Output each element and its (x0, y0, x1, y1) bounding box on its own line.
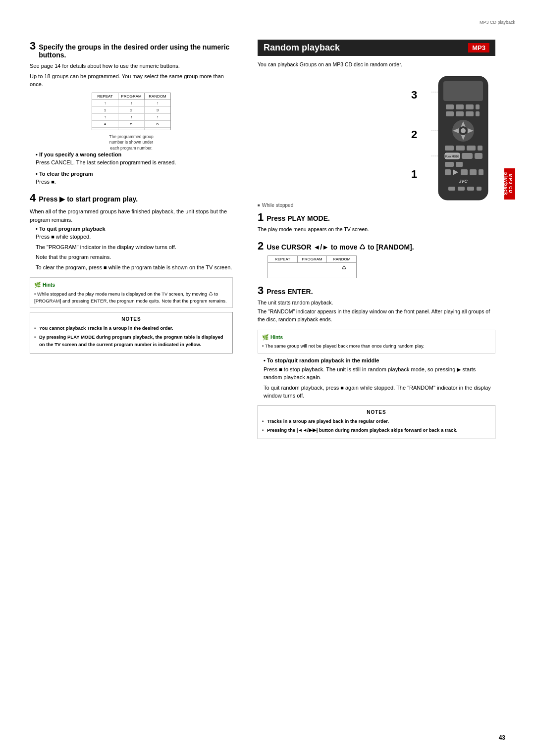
wrong-selection-text: Press CANCEL. The last selection program… (36, 158, 233, 167)
clear-program: • To clear the program Press ■. (36, 171, 233, 186)
stop-random-title: • To stop/quit random playback in the mi… (264, 357, 495, 363)
svg-rect-36 (467, 187, 474, 191)
svg-text:JVC: JVC (459, 179, 468, 184)
step-1-right-heading: 1 Press PLAY MODE. (258, 211, 495, 224)
svg-rect-37 (477, 187, 482, 191)
hints-text-left: • While stopped and the play mode menu i… (34, 291, 228, 305)
step-3-number: 3 (30, 40, 36, 52)
stop-random-text2: To quit random playback, press ■ again w… (264, 384, 495, 400)
svg-rect-1 (443, 81, 483, 101)
left-column: 3 Specify the groups in the desired orde… (0, 30, 248, 736)
svg-rect-7 (456, 111, 464, 116)
small-display-random: REPEAT PROGRAM RANDOM ♺ (268, 255, 357, 278)
step-4-title: Press ▶ to start program play. (39, 195, 138, 203)
step-1-right-number: 1 (258, 211, 264, 224)
quit-program-playback: • To quit program playback Press ■ while… (36, 226, 233, 271)
svg-text:PLAY MODE: PLAY MODE (445, 155, 460, 158)
leaf-icon-right: 🌿 (262, 333, 269, 342)
step-3-right-body: The unit starts random playback. The "RA… (258, 299, 495, 324)
quit-text-1: Press ■ while stopped. (36, 233, 233, 241)
table-caption: The programmed group number is shown und… (30, 134, 233, 152)
section-title-random: Random playback (264, 43, 340, 53)
step-3-title: Specify the groups in the desired order … (39, 43, 233, 59)
step-3-left: 3 Specify the groups in the desired orde… (30, 40, 233, 186)
step-3-heading: 3 Specify the groups in the desired orde… (30, 40, 233, 59)
step-1-right-body: The play mode menu appears on the TV scr… (258, 226, 495, 234)
notes-item-right-2: Pressing the |◄◄/▶▶| button during rando… (262, 427, 491, 434)
svg-point-16 (461, 128, 466, 133)
svg-rect-19 (467, 146, 476, 151)
svg-rect-9 (476, 111, 480, 116)
notes-item-right-1: Tracks in a Group are played back in the… (262, 418, 491, 425)
hints-title-left: 🌿 Hints (34, 281, 228, 289)
step-3-right: 3 Press ENTER. The unit starts random pl… (258, 284, 495, 324)
section-heading-random: Random playback MP3 (258, 40, 495, 56)
hints-title-right: 🌿 Hints (262, 333, 491, 342)
sd-header-program: PROGRAM (298, 256, 327, 262)
breadcrumb: MP3 CD playback (0, 20, 535, 25)
step-3-right-title: Press ENTER. (267, 288, 313, 296)
step-1-right-text: The play mode menu appears on the TV scr… (258, 226, 495, 234)
svg-rect-28 (445, 169, 451, 175)
svg-rect-32 (479, 169, 483, 175)
svg-rect-24 (475, 153, 482, 159)
remote-svg: PLAY MODE JVC (431, 74, 495, 202)
notes-item-left-2: By pressing PLAY MODE during program pla… (34, 334, 228, 348)
step-1-right: 1 Press PLAY MODE. The play mode menu ap… (258, 211, 495, 234)
step-4-number: 4 (30, 192, 36, 204)
step-4-para1: When all of the programmed groups have f… (30, 207, 233, 224)
hints-text-right: • The same group will not be played back… (262, 343, 491, 350)
step-2-right: 2 Use CURSOR ◄/► to move ♺ to [RANDOM]. … (258, 240, 495, 278)
notes-list-right: Tracks in a Group are played back in the… (262, 418, 491, 434)
page-number: 43 (499, 734, 505, 741)
sd-header-random: RANDOM (327, 256, 356, 262)
right-column: Random playback MP3 You can playback Gro… (248, 30, 515, 736)
dt-header-random: RANDOM (145, 93, 170, 100)
svg-rect-18 (456, 146, 465, 151)
quit-text-3: Note that the program remains. (36, 253, 233, 261)
svg-rect-23 (462, 153, 473, 159)
svg-rect-30 (461, 169, 468, 175)
sidebar-tab: MP3 CD playback (504, 168, 515, 200)
sd-header-repeat: REPEAT (268, 256, 298, 262)
step-3-right-text1: The unit starts random playback. (258, 299, 495, 307)
step-4-body: When all of the programmed groups have f… (30, 207, 233, 271)
hints-box-right: 🌿 Hints • The same group will not be pla… (258, 330, 495, 353)
svg-rect-3 (456, 104, 464, 109)
clear-program-text: Press ■. (36, 178, 233, 186)
step-3-right-heading: 3 Press ENTER. (258, 284, 495, 297)
step-2-right-number: 2 (258, 240, 264, 252)
svg-rect-5 (476, 104, 480, 109)
step-3-right-number: 3 (258, 284, 264, 297)
step-3-right-text2: The "RANDOM" indicator appears in the di… (258, 308, 495, 324)
quit-title: • To quit program playback (36, 226, 233, 232)
step-3-para2: Up to 18 groups can be programmed. You m… (30, 72, 233, 89)
notes-title-right: NOTES (262, 408, 491, 416)
wrong-selection-title: • If you specify a wrong selection (36, 151, 233, 157)
program-display-table: REPEAT PROGRAM RANDOM ↑↑↑ 123 ↑↑↑ (92, 93, 171, 130)
wrong-selection: • If you specify a wrong selection Press… (36, 151, 233, 167)
hints-box-left: 🌿 Hints • While stopped and the play mod… (30, 277, 233, 308)
stop-random-text1: Press ■ to stop playback. The unit is st… (264, 365, 495, 382)
notes-box-left: NOTES You cannot playback Tracks in a Gr… (30, 312, 233, 353)
step-4-left: 4 Press ▶ to start program play. When al… (30, 192, 233, 271)
step-1-right-title: Press PLAY MODE. (267, 214, 330, 222)
svg-rect-27 (456, 162, 463, 167)
leaf-icon-left: 🌿 (34, 281, 41, 289)
step-2-right-body: REPEAT PROGRAM RANDOM ♺ (258, 255, 495, 278)
notes-item-left-1: You cannot playback Tracks in a Group in… (34, 325, 228, 332)
notes-box-right: NOTES Tracks in a Group are played back … (258, 405, 495, 440)
svg-rect-35 (458, 187, 465, 191)
dt-header-program: PROGRAM (118, 93, 145, 100)
notes-list-left: You cannot playback Tracks in a Group in… (34, 325, 228, 348)
step-4-heading: 4 Press ▶ to start program play. (30, 192, 233, 204)
clear-program-title: • To clear the program (36, 171, 233, 177)
step-3-body: See page 14 for details about how to use… (30, 62, 233, 186)
svg-rect-31 (470, 169, 477, 175)
stop-random-section: • To stop/quit random playback in the mi… (264, 357, 495, 400)
step-3-para1: See page 14 for details about how to use… (30, 62, 233, 70)
remote-area: 3 2 1 (258, 74, 495, 202)
sd-cursor: ♺ (342, 265, 346, 270)
svg-rect-20 (478, 146, 482, 151)
while-stopped-label: While stopped (258, 202, 495, 208)
